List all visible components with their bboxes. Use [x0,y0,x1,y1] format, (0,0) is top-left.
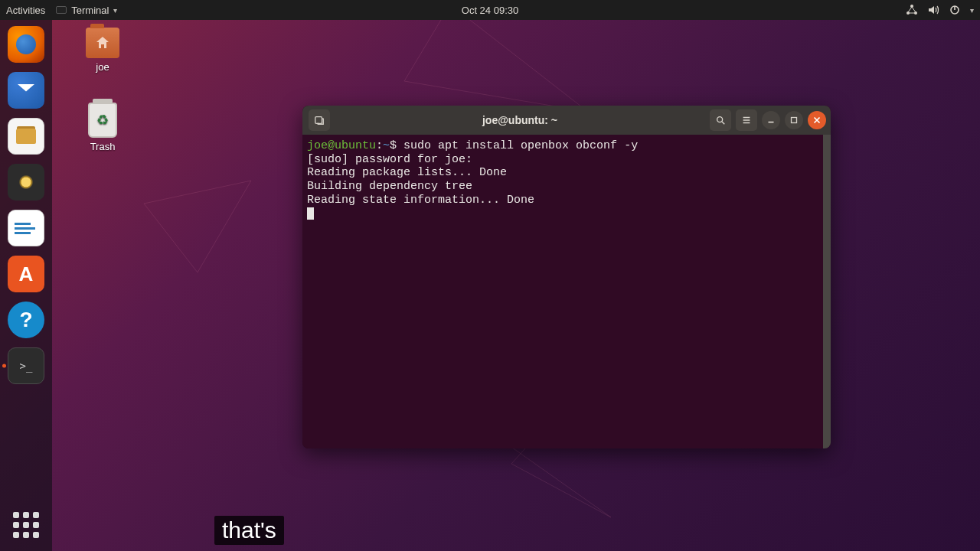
output-line-1: Reading package lists... Done [307,166,507,179]
terminal-window: joe@ubuntu: ~ joe@ubuntu:~$ sudo [302,106,831,448]
window-title: joe@ubuntu: ~ [330,114,710,126]
svg-rect-6 [792,118,797,123]
terminal-titlebar[interactable]: joe@ubuntu: ~ [302,106,831,135]
activities-button[interactable]: Activities [6,5,45,16]
video-caption: that's [214,516,284,545]
close-button[interactable] [808,111,826,129]
dock-help[interactable] [8,302,44,338]
dock-thunderbird[interactable] [8,72,44,109]
dock [0,20,52,551]
prompt-path: ~ [383,139,390,152]
svg-rect-4 [315,117,322,124]
maximize-button[interactable] [785,111,803,129]
minimize-button[interactable] [762,111,780,129]
network-icon[interactable] [906,4,918,16]
terminal-icon [56,6,67,14]
dock-files[interactable] [8,118,44,155]
new-tab-button[interactable] [309,109,330,131]
prompt-userhost: joe@ubuntu [307,139,376,152]
desktop-home-folder[interactable]: joe [75,28,130,73]
top-bar: Activities Terminal ▾ Oct 24 09:30 ▾ [0,0,980,20]
desktop-trash[interactable]: ♻ Trash [75,103,130,152]
command-text: sudo apt install openbox obconf -y [403,139,638,152]
prompt-sigil: $ [390,139,397,152]
prompt-sep: : [376,139,383,152]
terminal-cursor [307,207,314,220]
search-button[interactable] [710,109,731,131]
desktop-trash-label: Trash [90,141,116,152]
output-line-0: [sudo] password for joe: [307,153,472,166]
terminal-scrollbar[interactable] [823,135,831,448]
output-line-3: Reading state information... Done [307,194,534,207]
menu-button[interactable] [736,109,757,131]
dock-ubuntu-software[interactable] [8,256,44,292]
dock-rhythmbox[interactable] [8,164,44,201]
desktop: joe ♻ Trash joe@ubuntu: ~ [52,20,980,551]
home-folder-icon [86,28,119,58]
terminal-content[interactable]: joe@ubuntu:~$ sudo apt install openbox o… [302,135,831,448]
output-line-2: Building dependency tree [307,180,472,193]
volume-icon[interactable] [927,4,939,16]
power-icon[interactable] [949,4,961,16]
desktop-home-label: joe [96,61,109,73]
show-applications-button[interactable] [8,507,44,543]
system-menu-chevron-icon[interactable]: ▾ [970,6,974,15]
dock-firefox[interactable] [8,26,44,63]
svg-point-5 [717,117,723,122]
chevron-down-icon: ▾ [113,6,117,15]
clock[interactable]: Oct 24 09:30 [462,5,518,16]
app-menu-label: Terminal [71,5,109,16]
trash-icon: ♻ [88,103,117,138]
dock-terminal[interactable] [8,347,44,384]
app-menu[interactable]: Terminal ▾ [56,5,117,16]
dock-libreoffice-writer[interactable] [8,210,44,246]
